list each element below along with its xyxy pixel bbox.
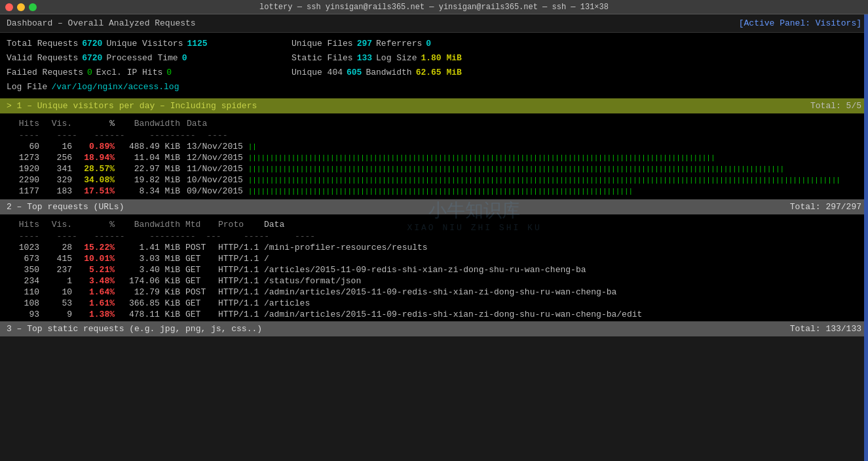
failed-requests-label: Failed Requests <box>7 66 83 80</box>
unique-visitors-label: Unique Visitors <box>106 37 183 51</box>
failed-requests-row: Failed Requests 0 Excl. IP Hits 0 <box>7 66 292 80</box>
s2-row4-mtd: GET <box>180 276 213 286</box>
section3-header: 3 – Top static requests (e.g. jpg, png, … <box>0 321 868 336</box>
failed-requests-value: 0 <box>87 66 92 80</box>
table-row: 2290 329 34.08% 19.82 MiB 10/Nov/2015 ||… <box>7 174 861 186</box>
row1-vis: 16 <box>39 142 72 151</box>
s2-row6-hits: 108 <box>7 298 39 308</box>
valid-requests-row: Valid Requests 6720 Processed Time 0 <box>7 51 292 66</box>
processed-time-value: 0 <box>182 51 187 66</box>
col2-bw-header: Bandwidth <box>115 220 180 230</box>
log-file-label: Log File <box>7 80 47 94</box>
title-bar: lottery — ssh yinsigan@rails365.net — yi… <box>0 0 868 14</box>
s2-row2-mtd: GET <box>180 254 213 264</box>
col-bw-header: Bandwidth <box>115 119 180 129</box>
section2-total: Total: 297/297 <box>790 202 861 212</box>
s2-row2-bw: 3.03 MiB <box>115 254 180 264</box>
row3-data: 11/Nov/2015 ||||||||||||||||||||||||||||… <box>180 164 861 174</box>
s2-row2-hits: 673 <box>7 254 39 264</box>
s2-row5-data: /admin/articles/2015-11-09-redis-shi-xia… <box>259 287 861 297</box>
section2-header: 2 – Top requests (URLs) Total: 297/297 <box>0 199 868 214</box>
s2-row3-mtd: GET <box>180 265 213 275</box>
s2-row6-bw: 366.85 KiB <box>115 298 180 308</box>
s2-row7-pct: 1.38% <box>72 310 115 319</box>
close-button[interactable] <box>5 3 13 11</box>
window-title: lottery — ssh yinsigan@rails365.net — yi… <box>259 3 609 12</box>
row4-bw: 19.82 MiB <box>115 175 180 185</box>
row2-vis: 256 <box>39 153 72 163</box>
right-border <box>864 14 868 461</box>
log-file-path: /var/log/nginx/access.log <box>51 80 179 94</box>
col2-proto-header: Proto <box>213 220 259 230</box>
s2-row4-data: /status/format/json <box>259 276 861 286</box>
s2-row5-proto: HTTP/1.1 <box>213 287 259 297</box>
referrers-value: 0 <box>426 37 431 51</box>
maximize-button[interactable] <box>29 3 37 11</box>
unique-visitors-value: 1125 <box>187 37 207 51</box>
section1-header: > 1 – Unique visitors per day – Includin… <box>0 98 868 113</box>
col-data-header: Data <box>180 119 861 129</box>
excl-ip-label: Excl. IP Hits <box>96 66 162 80</box>
s2-row4-vis: 1 <box>39 276 72 286</box>
col2-data-header: Data <box>259 220 861 230</box>
row5-data: 09/Nov/2015 ||||||||||||||||||||||||||||… <box>180 186 861 196</box>
section3-total: Total: 133/133 <box>790 324 861 334</box>
row2-pct: 18.94% <box>72 153 115 163</box>
col-vis-header: Vis. <box>39 119 72 129</box>
stats-grid: Total Requests 6720 Unique Visitors 1125… <box>7 37 861 94</box>
static-files-value: 133 <box>357 51 372 66</box>
s2-row1-data: /mini-profiler-resources/results <box>259 243 861 252</box>
row5-hits: 1177 <box>7 186 39 196</box>
s2-row4-proto: HTTP/1.1 <box>213 276 259 286</box>
s2-row5-hits: 110 <box>7 287 39 297</box>
s2-row3-pct: 5.21% <box>72 265 115 275</box>
valid-requests-value: 6720 <box>82 51 102 66</box>
row1-bw: 488.49 KiB <box>115 142 180 151</box>
s2-row6-data: /articles <box>259 298 861 308</box>
row1-data: 13/Nov/2015 || <box>180 142 861 151</box>
s2-row5-vis: 10 <box>39 287 72 297</box>
table-row: 93 9 1.38% 478.11 KiB GET HTTP/1.1 /admi… <box>7 309 861 320</box>
static-files-row: Static Files 133 Log Size 1.80 MiB <box>292 51 576 66</box>
s2-row3-bw: 3.40 MiB <box>115 265 180 275</box>
window-controls[interactable] <box>5 3 37 11</box>
s2-row2-data: / <box>259 254 861 264</box>
static-files-label: Static Files <box>292 51 353 66</box>
table-row: 110 10 1.64% 12.79 KiB POST HTTP/1.1 /ad… <box>7 287 861 298</box>
unique-files-label: Unique Files <box>292 37 353 51</box>
s2-row7-bw: 478.11 KiB <box>115 310 180 319</box>
stats-section: Total Requests 6720 Unique Visitors 1125… <box>0 33 868 98</box>
s2-row2-vis: 415 <box>39 254 72 264</box>
bandwidth-label: Bandwidth <box>366 66 411 80</box>
col-pct-header: % <box>72 119 115 129</box>
table-row: 673 415 10.01% 3.03 MiB GET HTTP/1.1 / <box>7 253 861 264</box>
s2-row7-vis: 9 <box>39 310 72 319</box>
total-requests-value: 6720 <box>82 37 102 51</box>
unique-404-row: Unique 404 605 Bandwidth 62.65 MiB <box>292 66 576 80</box>
section1-columns: Hits Vis. % Bandwidth Data <box>7 117 861 130</box>
section2-table: Hits Vis. % Bandwidth Mtd Proto Data ---… <box>0 214 868 321</box>
row3-pct: 28.57% <box>72 164 115 174</box>
minimize-button[interactable] <box>17 3 25 11</box>
s2-row1-hits: 1023 <box>7 243 39 252</box>
row1-pct: 0.89% <box>72 142 115 151</box>
s2-row7-hits: 93 <box>7 310 39 319</box>
s2-row3-proto: HTTP/1.1 <box>213 265 259 275</box>
s2-row6-mtd: GET <box>180 298 213 308</box>
unique-404-label: Unique 404 <box>292 66 343 80</box>
s2-row7-data: /admin/articles/2015-11-09-redis-shi-xia… <box>259 310 861 319</box>
s2-row6-proto: HTTP/1.1 <box>213 298 259 308</box>
s2-row7-mtd: GET <box>180 310 213 319</box>
col2-vis-header: Vis. <box>39 220 72 230</box>
col2-hits-header: Hits <box>7 220 39 230</box>
valid-requests-label: Valid Requests <box>7 51 78 66</box>
table-row: 350 237 5.21% 3.40 MiB GET HTTP/1.1 /art… <box>7 264 861 275</box>
s2-row4-hits: 234 <box>7 276 39 286</box>
s2-row5-mtd: POST <box>180 287 213 297</box>
col2-pct-header: % <box>72 220 115 230</box>
row2-bw: 11.04 MiB <box>115 153 180 163</box>
s2-row2-pct: 10.01% <box>72 254 115 264</box>
dashboard-title: Dashboard – Overall Analyzed Requests <box>7 18 196 28</box>
s2-row5-bw: 12.79 KiB <box>115 287 180 297</box>
section3-title: 3 – Top static requests (e.g. jpg, png, … <box>7 324 262 334</box>
